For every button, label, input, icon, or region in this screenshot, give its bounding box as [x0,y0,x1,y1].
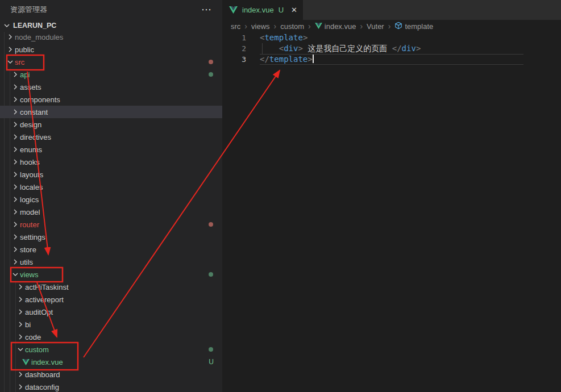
tree-item-label: locales [20,183,43,191]
tree-item-label: constant [20,108,48,116]
tree-item-dashboard[interactable]: dashboard [0,368,222,381]
breadcrumb-item-Vuter[interactable]: Vuter [367,22,384,31]
chevron-right-icon [16,282,25,291]
tree-item-model[interactable]: model [0,206,222,218]
chevron-right-icon [16,307,25,316]
breadcrumb-item-views[interactable]: views [251,22,270,31]
chevron-right-icon [16,295,25,304]
code-token: 这是我自己定义的页面 [303,44,392,53]
line-number: 3 [222,54,246,65]
tree-item-dataconfig[interactable]: dataconfig [0,381,222,392]
tree-item-constant[interactable]: constant [0,106,222,118]
tree-item-settings[interactable]: settings [0,231,222,243]
chevron-right-icon [11,195,20,204]
code-token: < [279,44,284,53]
breadcrumb-label: views [251,22,270,31]
tree-item-logics[interactable]: logics [0,193,222,206]
symbol-cube-icon [394,22,402,31]
tab-label: index.vue [242,6,274,14]
tree-item-label: dataconfig [25,383,59,391]
tree-item-activereport[interactable]: activereport [0,293,222,306]
code-line-1: 1<template> [222,32,561,43]
tree-item-directives[interactable]: directives [0,131,222,143]
workspace-root-header[interactable]: LEARUN_PC [0,19,222,32]
text-cursor [313,55,314,63]
chevron-right-icon [11,232,20,241]
tree-item-locales[interactable]: locales [0,181,222,193]
tree-item-label: index.vue [31,358,63,366]
chevron-down-icon [11,270,20,279]
indent-guide [262,43,263,54]
tree-item-auditOpt[interactable]: auditOpt [0,306,222,318]
breadcrumb-separator: › [244,22,247,31]
tree-item-label: components [20,95,60,104]
chevron-right-icon [16,370,25,379]
chevron-down-icon [16,345,25,354]
chevron-right-icon [16,332,25,341]
chevron-right-icon [11,70,20,79]
added-dot-badge [209,72,213,77]
breadcrumb: src›views›custom›index.vue›Vuter›templat… [222,20,561,32]
tree-item-label: hooks [20,158,40,166]
code-token: </ [392,44,402,53]
breadcrumb-label: custom [280,22,304,31]
tree-item-enums[interactable]: enums [0,143,222,156]
tab-index-vue[interactable]: index.vue U ✕ [222,0,303,20]
tree-item-components[interactable]: components [0,93,222,106]
tree-item-store[interactable]: store [0,243,222,256]
tree-item-label: layouts [20,170,43,179]
code-token: div [402,44,416,53]
breadcrumb-label: index.vue [325,22,356,31]
added-dot-badge [209,347,213,352]
tree-item-label: directives [20,133,51,141]
tree-item-views[interactable]: views [0,268,222,281]
chevron-right-icon [11,82,20,91]
tree-item-hooks[interactable]: hooks [0,156,222,168]
code-token: template [264,33,302,42]
tree-item-label: custom [25,345,49,354]
tree-item-custom[interactable]: custom [0,343,222,356]
breadcrumb-item-template[interactable]: template [394,22,433,31]
chevron-right-icon [11,95,20,104]
tree-item-router[interactable]: router [0,218,222,231]
code-token: > [298,44,302,53]
breadcrumb-label: template [405,22,433,31]
explorer-sidebar: 资源管理器 ⋯ LEARUN_PC node_modulespublicsrca… [0,0,222,392]
chevron-right-icon [11,157,20,166]
tree-item-src[interactable]: src [0,56,222,68]
close-icon[interactable]: ✕ [291,6,297,14]
tree-item-label: node_modules [15,33,63,41]
breadcrumb-item-custom[interactable]: custom [280,22,304,31]
code-token: div [284,44,298,53]
code-editor[interactable]: 1<template>2 <div> 这是我自己定义的页面 </div>3</t… [222,32,561,65]
tree-item-label: settings [20,233,45,241]
tree-item-design[interactable]: design [0,118,222,131]
chevron-right-icon [11,170,20,179]
tree-item-label: api [20,70,30,79]
tree-item-label: src [15,58,24,66]
workspace-root-label: LEARUN_PC [13,22,56,30]
tree-item-assets[interactable]: assets [0,81,222,93]
code-line-2: 2 <div> 这是我自己定义的页面 </div> [222,43,561,54]
code-token [260,44,279,53]
tree-item-api[interactable]: api [0,68,222,81]
tree-item-actHiTaskinst[interactable]: actHiTaskinst [0,281,222,293]
chevron-down-icon [2,21,11,30]
tree-item-node_modules[interactable]: node_modules [0,31,222,43]
more-actions-icon[interactable]: ⋯ [201,7,212,12]
chevron-right-icon [16,382,25,391]
tree-item-public[interactable]: public [0,43,222,56]
breadcrumb-item-index.vue[interactable]: index.vue [315,22,356,31]
sidebar-title: 资源管理器 [10,5,47,15]
vue-icon [228,6,238,14]
tree-item-layouts[interactable]: layouts [0,168,222,181]
breadcrumb-item-src[interactable]: src [231,22,240,31]
code-token: template [269,55,307,64]
tree-item-index.vue[interactable]: index.vueU [0,356,222,368]
editor-area: index.vue U ✕ src›views›custom›index.vue… [222,0,561,392]
tree-item-bi[interactable]: bi [0,318,222,331]
chevron-right-icon [11,107,20,116]
tree-item-code[interactable]: code [0,331,222,343]
tree-item-utils[interactable]: utils [0,256,222,268]
tree-item-label: router [20,220,39,229]
